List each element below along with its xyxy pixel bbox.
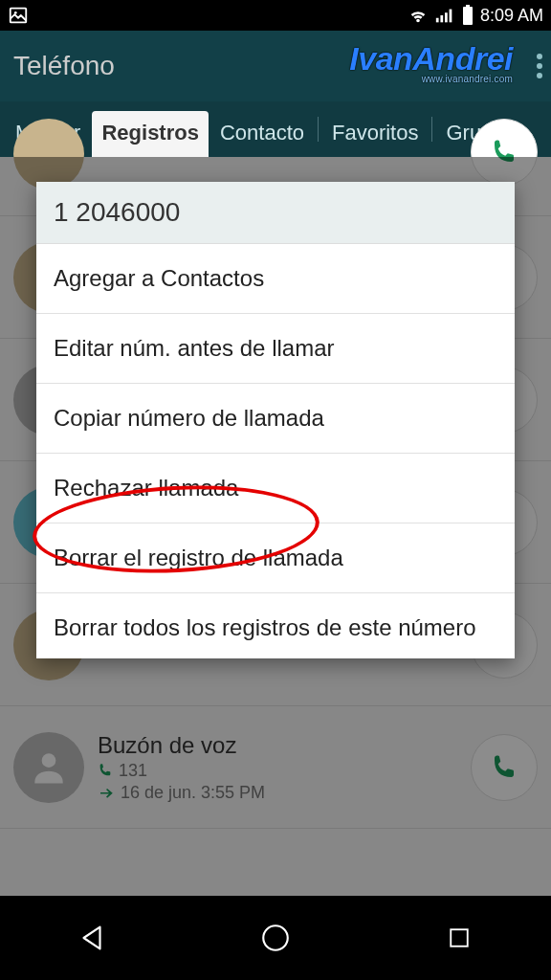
option-delete-call-log[interactable]: Borrar el registro de llamada xyxy=(36,523,515,593)
context-menu: 1 2046000 Agregar a Contactos Editar núm… xyxy=(36,182,515,658)
tab-contacto[interactable]: Contacto xyxy=(210,111,314,157)
content-area: 16 de jun. 4:14 PM Buzón de voz 131 xyxy=(0,157,551,896)
svg-rect-2 xyxy=(436,18,439,23)
context-menu-header: 1 2046000 xyxy=(36,182,515,244)
option-delete-all-logs-for-number[interactable]: Borrar todos los registros de este númer… xyxy=(36,593,515,658)
watermark-brand: IvanAndrei www.ivanandrei.com xyxy=(349,40,513,84)
app-title: Teléfono xyxy=(13,51,115,81)
option-copy-call-number[interactable]: Copiar número de llamada xyxy=(36,384,515,454)
back-button[interactable] xyxy=(73,919,111,957)
svg-rect-4 xyxy=(445,12,448,22)
status-time: 8:09 AM xyxy=(480,6,543,26)
tab-divider xyxy=(318,117,319,142)
tab-favoritos[interactable]: Favoritos xyxy=(322,111,428,157)
app-titlebar: Teléfono IvanAndrei www.ivanandrei.com xyxy=(0,31,551,101)
svg-rect-6 xyxy=(463,7,473,25)
battery-icon xyxy=(461,5,474,26)
tab-registros[interactable]: Registros xyxy=(92,111,208,157)
svg-rect-3 xyxy=(440,15,443,22)
svg-point-1 xyxy=(14,11,17,14)
wifi-icon xyxy=(408,5,429,26)
home-button[interactable] xyxy=(256,919,295,957)
system-nav-bar xyxy=(0,896,551,980)
svg-point-10 xyxy=(537,73,542,78)
svg-rect-5 xyxy=(450,10,452,23)
option-edit-number-before-call[interactable]: Editar núm. antes de llamar xyxy=(36,314,515,384)
tab-divider xyxy=(431,117,432,142)
svg-rect-13 xyxy=(451,929,468,947)
option-add-to-contacts[interactable]: Agregar a Contactos xyxy=(36,244,515,314)
svg-point-12 xyxy=(263,925,288,950)
svg-point-8 xyxy=(537,54,542,59)
status-bar: 8:09 AM xyxy=(0,0,551,31)
option-reject-call[interactable]: Rechazar llamada xyxy=(36,454,515,523)
picture-icon xyxy=(8,5,29,26)
svg-rect-7 xyxy=(466,5,470,7)
recent-apps-button[interactable] xyxy=(440,919,478,957)
signal-icon xyxy=(434,5,455,26)
svg-point-9 xyxy=(537,63,542,69)
overflow-menu-icon[interactable] xyxy=(536,52,543,80)
